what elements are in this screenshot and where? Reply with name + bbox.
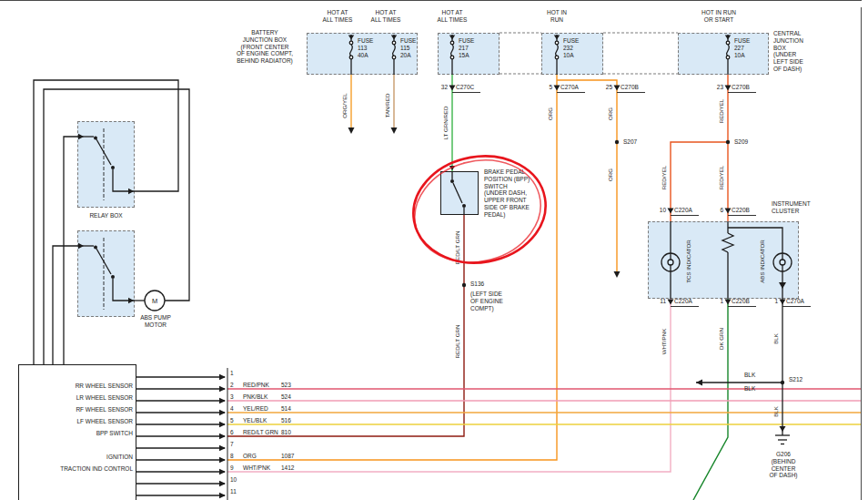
module-input-label: LR WHEEL SENSOR <box>22 394 133 402</box>
module-input-label: BPP SWITCH <box>22 430 133 437</box>
org-branch-arrow <box>614 271 621 278</box>
connector-name: C270B <box>732 84 750 91</box>
tcs-indicator-label: TCS INDICATOR <box>685 240 691 283</box>
pin-number: 8 <box>230 453 234 460</box>
connector-name: C220A <box>674 207 692 214</box>
c220b-6-chevron <box>725 209 732 214</box>
connector-name: C270A <box>786 298 804 305</box>
pin-number: 2 <box>230 382 234 389</box>
fuse-113-label: FUSE 113 40A <box>358 37 373 58</box>
pin-circuit: 514 <box>281 405 291 413</box>
module-pin-lines <box>136 377 225 495</box>
pin-number: 1 <box>230 370 234 377</box>
fuse-232-chevron <box>554 36 560 40</box>
wire-wht-pnk <box>227 299 671 472</box>
wire-label-blk: BLK <box>744 385 755 393</box>
fuse-113-symbol <box>349 35 353 75</box>
bpp-contact-bottom <box>462 204 466 208</box>
black-wires <box>34 33 811 500</box>
splice-s212-label: S212 <box>789 376 802 383</box>
pin-wire: RED/PNK <box>243 382 269 389</box>
c270b-23-chevron <box>725 86 732 91</box>
fuse-227-label: FUSE 227 10A <box>734 37 750 58</box>
relay1-left-wire <box>64 137 77 365</box>
feed-label: HOT IN RUN <box>536 9 578 24</box>
wire-label-red-yel: RED/YEL <box>718 166 724 189</box>
c220a-10-chevron <box>668 209 674 214</box>
abs-lamp-feed-arrow <box>779 282 786 289</box>
abs-indicator-label: ABS INDICATOR <box>759 240 765 283</box>
cjb-dashed-links <box>500 33 678 74</box>
relay2-in-arrow <box>78 243 84 249</box>
org-yel-arrow <box>348 128 355 134</box>
battery-junction-box-label: BATTERY JUNCTION BOX (FRONT CENTER OF EN… <box>222 29 308 65</box>
module-input-label: TRACTION IND CONTROL <box>22 465 133 473</box>
connector-name: C270C <box>456 84 474 91</box>
pin11-arrow <box>219 493 226 498</box>
pin3-arrow <box>219 398 226 403</box>
wire-label-blk: BLK <box>744 372 755 379</box>
wire-label-org: ORG <box>607 168 613 181</box>
pin6-arrow <box>219 434 226 439</box>
bpp-entry-chevron <box>449 166 455 170</box>
wire-label-wht-pnk: WHT/PNK <box>661 329 667 355</box>
connector-name: C220A <box>674 298 692 305</box>
connector-name: C270B <box>621 84 639 91</box>
pin-wire: WHT/PNK <box>243 464 270 472</box>
fuse-115-label: FUSE 115 20A <box>400 37 416 58</box>
pin4-arrow <box>219 410 226 415</box>
relay2-contact-a <box>94 246 97 250</box>
wire-label-blk: BLK <box>772 333 779 344</box>
pin1-arrow <box>219 374 226 380</box>
connector-pin: 23 <box>703 84 723 91</box>
wire-label-red-lt-grn: RED/LT GRN <box>454 325 460 359</box>
wire-label-dk-grn: DK GRN <box>718 328 724 350</box>
fuse-227-chevron <box>725 36 731 40</box>
wire-label-blk: BLK <box>772 406 779 417</box>
pin7-arrow <box>219 445 226 451</box>
resistor-symbol <box>722 233 733 252</box>
connector-name: C220B <box>732 207 750 214</box>
pin-number: 7 <box>230 441 234 448</box>
pin-wire: ORG <box>243 453 257 460</box>
c270a-1-chevron <box>780 300 786 305</box>
fuse-217-chevron <box>449 36 455 40</box>
relay1-stub-out <box>113 169 135 191</box>
splice-s209-dot <box>726 140 730 144</box>
connector-pin: 32 <box>428 84 448 91</box>
relay1-contact-a <box>94 137 97 140</box>
wire-label-org-yel: ORG/YEL <box>341 93 348 118</box>
connector-name: C220B <box>732 298 750 305</box>
connector-pin: 1 <box>758 298 778 305</box>
c220a-11-chevron <box>668 300 674 305</box>
splice-s209-label: S209 <box>734 138 748 146</box>
pin5-arrow <box>219 422 226 427</box>
pin-number: 3 <box>230 393 234 401</box>
feed-label: HOT IN RUN OR START <box>688 9 750 24</box>
module-input-label: IGNITION <box>22 454 133 461</box>
fuse-232-symbol <box>555 35 559 75</box>
wire-label-red-lt-grn: RED/LT GRN <box>454 231 460 265</box>
pin-number: 5 <box>230 417 234 424</box>
central-junction-box-label: CENTRAL JUNCTION BOX (UNDER LEFT SIDE OF… <box>773 30 828 73</box>
pin-circuit: 523 <box>281 382 291 389</box>
bpp-contact-top <box>450 179 454 183</box>
fuse-217-symbol <box>450 35 454 75</box>
connector-pin: 10 <box>646 207 666 214</box>
motor-m-letter: M <box>148 297 161 305</box>
blk-branch-arrow <box>696 380 702 386</box>
pin-circuit: 524 <box>281 393 291 401</box>
fuse-115-chevron <box>391 36 397 40</box>
splice-s136-location: (LEFT SIDE OF ENGINE COMPT) <box>470 291 503 311</box>
wire-label-red-yel: RED/YEL <box>661 166 667 189</box>
ground-g206-label: G206 (BEHIND CENTER OF DASH) <box>757 451 810 479</box>
pin8-arrow <box>219 457 226 463</box>
relay2-stub-out <box>113 279 135 301</box>
wire-label-org: ORG <box>607 107 613 120</box>
c270a-chevron <box>554 86 560 91</box>
relay1-contact-b <box>111 166 115 169</box>
splice-s212-dot <box>781 381 784 384</box>
pin-number: 6 <box>230 429 234 436</box>
wire-label-org: ORG <box>547 107 553 120</box>
wiring-diagram-canvas: HOT AT ALL TIMES HOT AT ALL TIMES HOT AT… <box>0 0 868 500</box>
